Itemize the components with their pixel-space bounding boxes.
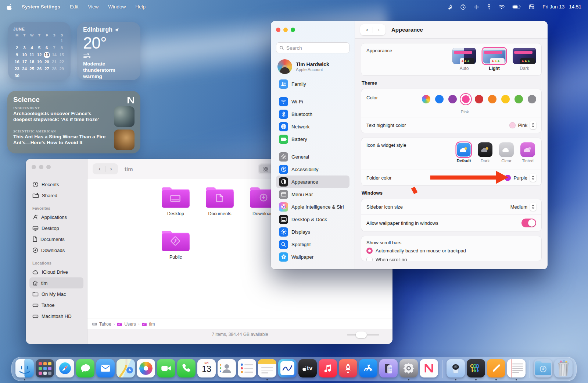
control-center-menu-icon[interactable] [529,4,534,10]
sidebar-item-tahoe[interactable]: Tahoe [29,299,83,311]
sidebar-item-shared[interactable]: Shared [29,190,83,201]
finder-folder-documents[interactable]: Documents [201,185,239,216]
settings-sidebar-item-bluetooth[interactable]: Bluetooth [276,108,349,120]
settings-sidebar-item-family[interactable]: Family [276,78,349,90]
finder-folder-public[interactable]: Public [157,229,195,260]
news-story[interactable]: SCIENTIFIC AMERICAN This Ant Has a Sting… [13,130,135,150]
path-item-users[interactable]: Users [117,322,136,327]
settings-sidebar-item-spotlight[interactable]: Spotlight [276,238,349,251]
settings-account-row[interactable]: Tim Hardwick Apple Account [277,59,348,74]
finder-traffic-lights[interactable] [29,165,83,169]
sidebar-item-on-my-mac[interactable]: On My Mac [29,288,83,299]
highlight-stepper[interactable] [530,121,536,129]
theme-color-green[interactable] [514,95,523,103]
dock-icon-safari[interactable] [56,359,74,379]
dock-icon-news[interactable] [420,359,438,379]
theme-color-orange[interactable] [488,95,496,103]
key-menu-icon[interactable] [487,4,491,10]
menu-time[interactable]: 14:51 [569,4,581,10]
settings-sidebar-item-battery[interactable]: Battery [276,133,349,145]
theme-color-red[interactable] [475,95,483,103]
finder-back-button[interactable]: ‹ [94,165,105,173]
sidebar-item-macintosh-hd[interactable]: Macintosh HD [29,311,83,322]
dock-icon-freeform[interactable] [278,359,297,379]
calendar-widget[interactable]: JUNE MTWTFSS1234567891011121314151617181… [8,22,71,80]
icon-size-slider[interactable] [347,334,379,336]
finder-folder-desktop[interactable]: Desktop [157,185,195,216]
dock-icon-launchpad[interactable] [36,359,54,379]
sidebar-item-applications[interactable]: Applications [29,212,83,223]
icon-style-option-dark[interactable]: Dark [477,142,494,163]
music-menu-icon[interactable] [448,4,453,10]
appearance-option-light[interactable]: Light [483,48,506,71]
menu-date[interactable]: Fri Jun 13 [542,4,564,10]
dock-icon-mail[interactable] [96,359,115,379]
folder-color-stepper[interactable] [530,174,536,182]
settings-sidebar-item-accessibility[interactable]: Accessibility [276,163,349,175]
theme-color-gray[interactable] [528,95,536,103]
appearance-option-dark[interactable]: Dark [513,48,536,71]
settings-forward-button[interactable]: › [373,26,384,33]
menu-system-settings[interactable]: System Settings [22,4,60,10]
settings-sidebar-item-appearance[interactable]: Appearance [276,175,349,188]
news-widget[interactable]: Science INDEPENDENT Archaeologists uncov… [7,91,140,153]
sidebar-item-icloud-drive[interactable]: iCloud Drive [29,266,83,277]
dock-icon-maps[interactable] [116,359,135,379]
settings-sidebar-item-wallpaper[interactable]: Wallpaper [276,251,349,263]
dock-icon-settings[interactable] [399,359,418,379]
icon-style-option-tinted[interactable]: Tinted [519,142,536,163]
sidebar-item-desktop[interactable]: Desktop [29,223,83,234]
finder-forward-button[interactable]: › [105,165,116,173]
settings-back-button[interactable]: ‹ [362,26,373,33]
dock-icon-games[interactable] [339,359,357,379]
path-item-tim[interactable]: tim [141,322,155,327]
dock-icon-passwords[interactable] [467,359,485,379]
settings-sidebar-item-menu-bar[interactable]: Menu Bar [276,188,349,201]
dock-icon-calendar[interactable]: Fri13 [197,359,216,379]
apple-menu-icon[interactable] [7,4,12,10]
scrollbars-option-auto[interactable]: Automatically based on mouse or trackpad [361,247,541,258]
highlight-color-control[interactable]: Pink [509,121,536,129]
dock-icon-appstore[interactable] [359,359,377,379]
dock-icon-music[interactable] [319,359,337,379]
dock-icon-pages[interactable] [487,359,505,379]
dock-icon-iphone-mirroring[interactable] [379,359,398,379]
settings-sidebar-item-desktop-dock[interactable]: Desktop & Dock [276,213,349,226]
menu-edit[interactable]: Edit [70,4,78,10]
dock-icon-downloads-folder[interactable] [534,359,552,379]
settings-sidebar-item-wi-fi[interactable]: Wi-Fi [276,95,349,108]
settings-search-field[interactable]: Search [276,42,349,53]
dock-icon-phone[interactable] [177,359,196,379]
sidebar-item-documents[interactable]: Documents [29,234,83,245]
menu-window[interactable]: Window [108,4,126,10]
settings-sidebar-item-apple-intelligence-siri[interactable]: Apple Intelligence & Siri [276,201,349,213]
dock-icon-textedit[interactable] [507,359,526,379]
icon-style-option-clear[interactable]: Clear [498,142,515,163]
dock-icon-preview[interactable] [447,359,465,379]
dock-icon-messages[interactable] [76,359,94,379]
dock-icon-finder[interactable] [15,359,34,379]
dock-icon-appletv[interactable]: tv [298,359,317,379]
settings-sidebar-item-displays[interactable]: Displays [276,226,349,238]
theme-color-blue[interactable] [435,95,444,103]
sidebar-item-downloads[interactable]: Downloads [29,245,83,256]
dock-icon-reminders[interactable] [238,359,256,379]
dock-icon-trash[interactable] [554,359,573,379]
weather-widget[interactable]: Edinburgh 20° Moderate thunderstorm warn… [77,22,140,80]
dock-icon-facetime[interactable] [157,359,175,379]
menu-view[interactable]: View [88,4,98,10]
scrollbars-option-when-scrolling[interactable]: When scrolling [361,258,541,261]
theme-color-pink[interactable]: Pink [462,95,470,103]
sidebar-item-recents[interactable]: Recents [29,179,83,190]
sidebar-size-stepper[interactable] [530,203,536,211]
settings-sidebar-item-general[interactable]: General [276,150,349,163]
dock-icon-notes[interactable] [258,359,276,379]
settings-sidebar-item-network[interactable]: Network [276,120,349,133]
sidebar-item-tim[interactable]: tim [29,277,83,288]
battery-menu-icon[interactable] [512,4,521,10]
theme-color-yellow[interactable] [501,95,510,103]
sidebar-size-control[interactable]: Medium [510,203,536,211]
folder-color-control[interactable]: Purple [505,174,536,182]
voice-menu-icon[interactable] [473,4,480,10]
icon-style-option-default[interactable]: Default [455,142,472,163]
